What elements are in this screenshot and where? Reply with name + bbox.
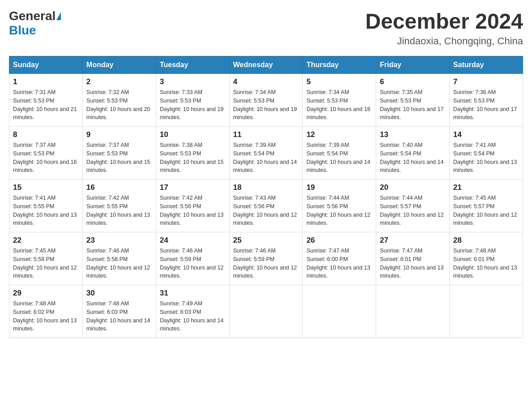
day-number: 11 (233, 130, 299, 139)
calendar-cell (450, 285, 523, 338)
day-info: Sunrise: 7:43 AMSunset: 5:56 PMDaylight:… (233, 194, 299, 227)
calendar-week-4: 22Sunrise: 7:45 AMSunset: 5:58 PMDayligh… (9, 232, 523, 285)
day-number: 5 (306, 77, 372, 86)
title-section: December 2024 Jindaoxia, Chongqing, Chin… (365, 9, 523, 47)
day-info: Sunrise: 7:46 AMSunset: 5:58 PMDaylight:… (86, 247, 152, 280)
day-number: 24 (160, 236, 226, 245)
calendar-cell: 7Sunrise: 7:36 AMSunset: 5:53 PMDaylight… (450, 74, 523, 127)
calendar-cell: 9Sunrise: 7:37 AMSunset: 5:53 PMDaylight… (82, 127, 156, 180)
calendar-cell: 18Sunrise: 7:43 AMSunset: 5:56 PMDayligh… (229, 180, 303, 232)
day-number: 7 (453, 77, 519, 86)
calendar-cell: 20Sunrise: 7:44 AMSunset: 5:57 PMDayligh… (376, 180, 450, 232)
calendar-cell: 29Sunrise: 7:48 AMSunset: 6:02 PMDayligh… (9, 285, 83, 338)
day-number: 23 (86, 236, 152, 245)
day-number: 15 (13, 183, 79, 192)
calendar-cell: 22Sunrise: 7:45 AMSunset: 5:58 PMDayligh… (9, 232, 83, 285)
calendar-week-5: 29Sunrise: 7:48 AMSunset: 6:02 PMDayligh… (9, 285, 523, 338)
calendar-week-2: 8Sunrise: 7:37 AMSunset: 5:53 PMDaylight… (9, 127, 523, 180)
day-number: 2 (86, 77, 152, 86)
calendar-cell: 12Sunrise: 7:39 AMSunset: 5:54 PMDayligh… (303, 127, 376, 180)
day-number: 17 (160, 183, 226, 192)
day-info: Sunrise: 7:34 AMSunset: 5:53 PMDaylight:… (233, 88, 299, 122)
calendar-table: SundayMondayTuesdayWednesdayThursdayFrid… (9, 56, 523, 338)
day-number: 13 (380, 130, 446, 139)
calendar-cell: 15Sunrise: 7:41 AMSunset: 5:55 PMDayligh… (9, 180, 83, 232)
day-number: 3 (160, 77, 226, 86)
day-info: Sunrise: 7:47 AMSunset: 6:00 PMDaylight:… (306, 247, 372, 280)
day-info: Sunrise: 7:44 AMSunset: 5:57 PMDaylight:… (380, 194, 446, 227)
page-header: General Blue December 2024 Jindaoxia, Ch… (9, 9, 523, 47)
calendar-cell: 21Sunrise: 7:45 AMSunset: 5:57 PMDayligh… (450, 180, 523, 232)
day-info: Sunrise: 7:34 AMSunset: 5:53 PMDaylight:… (306, 88, 372, 122)
day-info: Sunrise: 7:33 AMSunset: 5:53 PMDaylight:… (160, 88, 226, 122)
calendar-cell: 3Sunrise: 7:33 AMSunset: 5:53 PMDaylight… (156, 74, 229, 127)
calendar-cell: 26Sunrise: 7:47 AMSunset: 6:00 PMDayligh… (303, 232, 376, 285)
calendar-cell (229, 285, 303, 338)
day-number: 21 (453, 183, 519, 192)
day-info: Sunrise: 7:47 AMSunset: 6:01 PMDaylight:… (380, 247, 446, 280)
day-info: Sunrise: 7:48 AMSunset: 6:01 PMDaylight:… (453, 247, 519, 280)
day-number: 9 (86, 130, 152, 139)
day-info: Sunrise: 7:46 AMSunset: 5:59 PMDaylight:… (160, 247, 226, 280)
logo-triangle-icon (56, 12, 61, 20)
calendar-header-tuesday: Tuesday (156, 56, 229, 74)
calendar-cell: 27Sunrise: 7:47 AMSunset: 6:01 PMDayligh… (376, 232, 450, 285)
calendar-cell: 30Sunrise: 7:48 AMSunset: 6:03 PMDayligh… (82, 285, 156, 338)
day-number: 6 (380, 77, 446, 86)
calendar-header-friday: Friday (376, 56, 450, 74)
calendar-cell: 13Sunrise: 7:40 AMSunset: 5:54 PMDayligh… (376, 127, 450, 180)
calendar-cell: 10Sunrise: 7:38 AMSunset: 5:53 PMDayligh… (156, 127, 229, 180)
calendar-cell: 6Sunrise: 7:35 AMSunset: 5:53 PMDaylight… (376, 74, 450, 127)
calendar-cell: 31Sunrise: 7:49 AMSunset: 6:03 PMDayligh… (156, 285, 229, 338)
day-info: Sunrise: 7:37 AMSunset: 5:53 PMDaylight:… (13, 141, 79, 175)
day-info: Sunrise: 7:45 AMSunset: 5:58 PMDaylight:… (13, 247, 79, 280)
day-info: Sunrise: 7:32 AMSunset: 5:53 PMDaylight:… (86, 88, 152, 122)
day-number: 20 (380, 183, 446, 192)
day-number: 1 (13, 77, 79, 86)
calendar-cell: 1Sunrise: 7:31 AMSunset: 5:53 PMDaylight… (9, 74, 83, 127)
calendar-cell: 17Sunrise: 7:42 AMSunset: 5:56 PMDayligh… (156, 180, 229, 232)
month-title: December 2024 (365, 9, 523, 34)
logo-general-text: General (9, 9, 56, 23)
day-info: Sunrise: 7:40 AMSunset: 5:54 PMDaylight:… (380, 141, 446, 175)
calendar-header-row: SundayMondayTuesdayWednesdayThursdayFrid… (9, 56, 523, 74)
calendar-cell: 8Sunrise: 7:37 AMSunset: 5:53 PMDaylight… (9, 127, 83, 180)
day-number: 25 (233, 236, 299, 245)
day-info: Sunrise: 7:35 AMSunset: 5:53 PMDaylight:… (380, 88, 446, 122)
day-number: 31 (160, 289, 226, 298)
calendar-header-thursday: Thursday (303, 56, 376, 74)
calendar-cell: 5Sunrise: 7:34 AMSunset: 5:53 PMDaylight… (303, 74, 376, 127)
calendar-cell (376, 285, 450, 338)
day-info: Sunrise: 7:41 AMSunset: 5:54 PMDaylight:… (453, 141, 519, 175)
day-info: Sunrise: 7:39 AMSunset: 5:54 PMDaylight:… (233, 141, 299, 175)
day-number: 16 (86, 183, 152, 192)
calendar-cell: 11Sunrise: 7:39 AMSunset: 5:54 PMDayligh… (229, 127, 303, 180)
logo: General Blue (9, 9, 61, 38)
calendar-cell (303, 285, 376, 338)
day-info: Sunrise: 7:31 AMSunset: 5:53 PMDaylight:… (13, 88, 79, 122)
day-info: Sunrise: 7:41 AMSunset: 5:55 PMDaylight:… (13, 194, 79, 227)
calendar-cell: 16Sunrise: 7:42 AMSunset: 5:55 PMDayligh… (82, 180, 156, 232)
day-number: 10 (160, 130, 226, 139)
day-info: Sunrise: 7:45 AMSunset: 5:57 PMDaylight:… (453, 194, 519, 227)
day-info: Sunrise: 7:37 AMSunset: 5:53 PMDaylight:… (86, 141, 152, 175)
day-number: 22 (13, 236, 79, 245)
day-number: 26 (306, 236, 372, 245)
day-info: Sunrise: 7:39 AMSunset: 5:54 PMDaylight:… (306, 141, 372, 175)
day-info: Sunrise: 7:48 AMSunset: 6:02 PMDaylight:… (13, 300, 79, 333)
logo-blue-text: Blue (9, 23, 36, 38)
calendar-cell: 4Sunrise: 7:34 AMSunset: 5:53 PMDaylight… (229, 74, 303, 127)
day-info: Sunrise: 7:46 AMSunset: 5:59 PMDaylight:… (233, 247, 299, 280)
day-number: 4 (233, 77, 299, 86)
day-number: 8 (13, 130, 79, 139)
day-info: Sunrise: 7:36 AMSunset: 5:53 PMDaylight:… (453, 88, 519, 122)
day-info: Sunrise: 7:42 AMSunset: 5:56 PMDaylight:… (160, 194, 226, 227)
day-info: Sunrise: 7:42 AMSunset: 5:55 PMDaylight:… (86, 194, 152, 227)
day-info: Sunrise: 7:38 AMSunset: 5:53 PMDaylight:… (160, 141, 226, 175)
calendar-cell: 14Sunrise: 7:41 AMSunset: 5:54 PMDayligh… (450, 127, 523, 180)
day-number: 29 (13, 289, 79, 298)
calendar-week-1: 1Sunrise: 7:31 AMSunset: 5:53 PMDaylight… (9, 74, 523, 127)
calendar-cell: 25Sunrise: 7:46 AMSunset: 5:59 PMDayligh… (229, 232, 303, 285)
location-title: Jindaoxia, Chongqing, China (365, 35, 523, 47)
day-info: Sunrise: 7:49 AMSunset: 6:03 PMDaylight:… (160, 300, 226, 333)
